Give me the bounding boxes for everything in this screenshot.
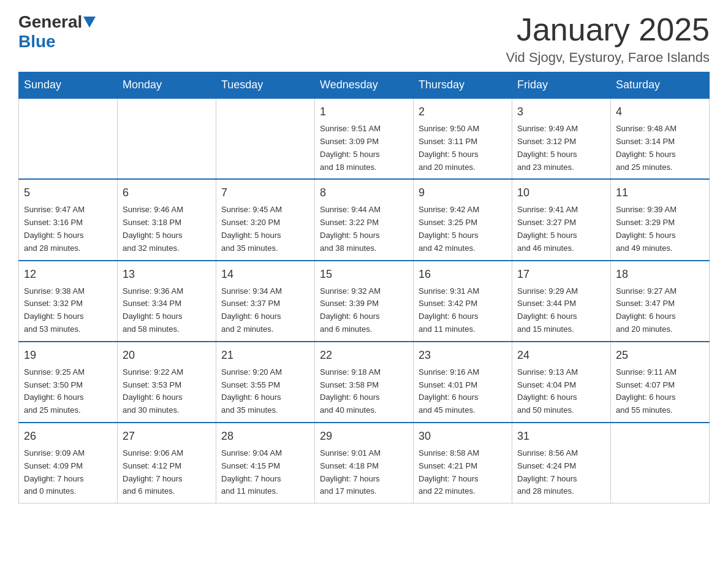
day-info: Sunrise: 9:49 AMSunset: 3:12 PMDaylight:… — [517, 123, 605, 174]
calendar-day-cell: 19Sunrise: 9:25 AMSunset: 3:50 PMDayligh… — [19, 342, 118, 423]
day-number: 4 — [616, 104, 704, 120]
calendar-day-cell: 23Sunrise: 9:16 AMSunset: 4:01 PMDayligh… — [414, 342, 512, 423]
day-number: 8 — [320, 185, 408, 201]
day-number: 31 — [517, 428, 605, 445]
calendar-header: SundayMondayTuesdayWednesdayThursdayFrid… — [19, 72, 710, 99]
day-of-week-header: Monday — [118, 72, 216, 99]
day-number: 1 — [320, 104, 408, 120]
day-number: 29 — [320, 428, 408, 445]
day-number: 3 — [517, 104, 605, 120]
day-info: Sunrise: 9:27 AMSunset: 3:47 PMDaylight:… — [616, 285, 704, 336]
calendar-day-cell: 11Sunrise: 9:39 AMSunset: 3:29 PMDayligh… — [611, 179, 710, 260]
calendar-day-cell: 5Sunrise: 9:47 AMSunset: 3:16 PMDaylight… — [19, 179, 118, 260]
calendar-day-cell: 24Sunrise: 9:13 AMSunset: 4:04 PMDayligh… — [512, 342, 611, 423]
day-of-week-header: Sunday — [19, 72, 118, 99]
day-number: 24 — [517, 347, 605, 364]
location-title: Vid Sjogv, Eysturoy, Faroe Islands — [506, 50, 710, 66]
day-info: Sunrise: 9:13 AMSunset: 4:04 PMDaylight:… — [517, 366, 605, 417]
calendar-week-row: 26Sunrise: 9:09 AMSunset: 4:09 PMDayligh… — [19, 423, 710, 504]
calendar-day-cell: 27Sunrise: 9:06 AMSunset: 4:12 PMDayligh… — [118, 423, 216, 504]
calendar-day-cell: 1Sunrise: 9:51 AMSunset: 3:09 PMDaylight… — [315, 98, 414, 179]
day-info: Sunrise: 9:04 AMSunset: 4:15 PMDaylight:… — [221, 447, 309, 498]
day-of-week-header: Tuesday — [216, 72, 315, 99]
day-number: 28 — [221, 428, 309, 445]
day-info: Sunrise: 9:39 AMSunset: 3:29 PMDaylight:… — [616, 204, 704, 255]
logo-triangle-icon — [83, 17, 96, 28]
calendar-day-cell: 15Sunrise: 9:32 AMSunset: 3:39 PMDayligh… — [315, 261, 414, 342]
calendar-day-cell: 2Sunrise: 9:50 AMSunset: 3:11 PMDaylight… — [414, 98, 512, 179]
day-of-week-header: Wednesday — [315, 72, 414, 99]
day-of-week-header: Saturday — [611, 72, 710, 99]
calendar-day-cell: 18Sunrise: 9:27 AMSunset: 3:47 PMDayligh… — [611, 261, 710, 342]
page-header: General Blue January 2025 Vid Sjogv, Eys… — [18, 12, 710, 66]
calendar-day-cell: 8Sunrise: 9:44 AMSunset: 3:22 PMDaylight… — [315, 179, 414, 260]
calendar-day-cell: 29Sunrise: 9:01 AMSunset: 4:18 PMDayligh… — [315, 423, 414, 504]
day-number: 22 — [320, 347, 408, 364]
day-number: 25 — [616, 347, 704, 364]
day-number: 11 — [616, 185, 704, 201]
day-info: Sunrise: 9:34 AMSunset: 3:37 PMDaylight:… — [221, 285, 309, 336]
day-number: 27 — [123, 428, 211, 445]
day-of-week-header: Thursday — [414, 72, 512, 99]
day-info: Sunrise: 9:45 AMSunset: 3:20 PMDaylight:… — [221, 204, 309, 255]
day-info: Sunrise: 9:38 AMSunset: 3:32 PMDaylight:… — [24, 285, 112, 336]
calendar-day-cell: 21Sunrise: 9:20 AMSunset: 3:55 PMDayligh… — [216, 342, 315, 423]
day-info: Sunrise: 8:56 AMSunset: 4:24 PMDaylight:… — [517, 447, 605, 498]
calendar-day-cell: 31Sunrise: 8:56 AMSunset: 4:24 PMDayligh… — [512, 423, 611, 504]
calendar-day-cell: 28Sunrise: 9:04 AMSunset: 4:15 PMDayligh… — [216, 423, 315, 504]
calendar-day-cell: 10Sunrise: 9:41 AMSunset: 3:27 PMDayligh… — [512, 179, 611, 260]
day-number: 16 — [419, 266, 507, 283]
day-info: Sunrise: 9:29 AMSunset: 3:44 PMDaylight:… — [517, 285, 605, 336]
day-info: Sunrise: 9:51 AMSunset: 3:09 PMDaylight:… — [320, 123, 408, 174]
days-of-week-row: SundayMondayTuesdayWednesdayThursdayFrid… — [19, 72, 710, 99]
calendar-day-cell: 14Sunrise: 9:34 AMSunset: 3:37 PMDayligh… — [216, 261, 315, 342]
day-number: 18 — [616, 266, 704, 283]
day-number: 26 — [24, 428, 112, 445]
logo: General Blue — [18, 12, 97, 52]
calendar-day-cell — [118, 98, 216, 179]
day-of-week-header: Friday — [512, 72, 611, 99]
calendar-table: SundayMondayTuesdayWednesdayThursdayFrid… — [18, 72, 710, 504]
day-number: 5 — [24, 185, 112, 201]
day-number: 30 — [419, 428, 507, 445]
day-number: 23 — [419, 347, 507, 364]
calendar-week-row: 1Sunrise: 9:51 AMSunset: 3:09 PMDaylight… — [19, 98, 710, 179]
calendar-day-cell: 30Sunrise: 8:58 AMSunset: 4:21 PMDayligh… — [414, 423, 512, 504]
day-number: 15 — [320, 266, 408, 283]
calendar-day-cell — [216, 98, 315, 179]
day-info: Sunrise: 9:18 AMSunset: 3:58 PMDaylight:… — [320, 366, 408, 417]
calendar-day-cell: 7Sunrise: 9:45 AMSunset: 3:20 PMDaylight… — [216, 179, 315, 260]
day-info: Sunrise: 9:31 AMSunset: 3:42 PMDaylight:… — [419, 285, 507, 336]
calendar-day-cell: 20Sunrise: 9:22 AMSunset: 3:53 PMDayligh… — [118, 342, 216, 423]
day-info: Sunrise: 8:58 AMSunset: 4:21 PMDaylight:… — [419, 447, 507, 498]
title-section: January 2025 Vid Sjogv, Eysturoy, Faroe … — [506, 12, 710, 66]
calendar-week-row: 5Sunrise: 9:47 AMSunset: 3:16 PMDaylight… — [19, 179, 710, 260]
calendar-day-cell — [611, 423, 710, 504]
day-info: Sunrise: 9:11 AMSunset: 4:07 PMDaylight:… — [616, 366, 704, 417]
day-info: Sunrise: 9:32 AMSunset: 3:39 PMDaylight:… — [320, 285, 408, 336]
day-info: Sunrise: 9:06 AMSunset: 4:12 PMDaylight:… — [123, 447, 211, 498]
calendar-day-cell: 25Sunrise: 9:11 AMSunset: 4:07 PMDayligh… — [611, 342, 710, 423]
day-number: 14 — [221, 266, 309, 283]
day-number: 10 — [517, 185, 605, 201]
calendar-day-cell: 13Sunrise: 9:36 AMSunset: 3:34 PMDayligh… — [118, 261, 216, 342]
calendar-day-cell: 9Sunrise: 9:42 AMSunset: 3:25 PMDaylight… — [414, 179, 512, 260]
day-number: 6 — [123, 185, 211, 201]
day-number: 13 — [123, 266, 211, 283]
day-info: Sunrise: 9:41 AMSunset: 3:27 PMDaylight:… — [517, 204, 605, 255]
day-info: Sunrise: 9:47 AMSunset: 3:16 PMDaylight:… — [24, 204, 112, 255]
calendar-day-cell: 12Sunrise: 9:38 AMSunset: 3:32 PMDayligh… — [19, 261, 118, 342]
logo-general-text: General — [18, 12, 82, 32]
day-number: 7 — [221, 185, 309, 201]
calendar-day-cell: 6Sunrise: 9:46 AMSunset: 3:18 PMDaylight… — [118, 179, 216, 260]
calendar-day-cell: 26Sunrise: 9:09 AMSunset: 4:09 PMDayligh… — [19, 423, 118, 504]
day-number: 17 — [517, 266, 605, 283]
day-number: 2 — [419, 104, 507, 120]
logo-blue-text: Blue — [18, 32, 56, 52]
month-title: January 2025 — [506, 12, 710, 47]
day-info: Sunrise: 9:16 AMSunset: 4:01 PMDaylight:… — [419, 366, 507, 417]
calendar-week-row: 12Sunrise: 9:38 AMSunset: 3:32 PMDayligh… — [19, 261, 710, 342]
calendar-week-row: 19Sunrise: 9:25 AMSunset: 3:50 PMDayligh… — [19, 342, 710, 423]
day-info: Sunrise: 9:25 AMSunset: 3:50 PMDaylight:… — [24, 366, 112, 417]
day-info: Sunrise: 9:48 AMSunset: 3:14 PMDaylight:… — [616, 123, 704, 174]
